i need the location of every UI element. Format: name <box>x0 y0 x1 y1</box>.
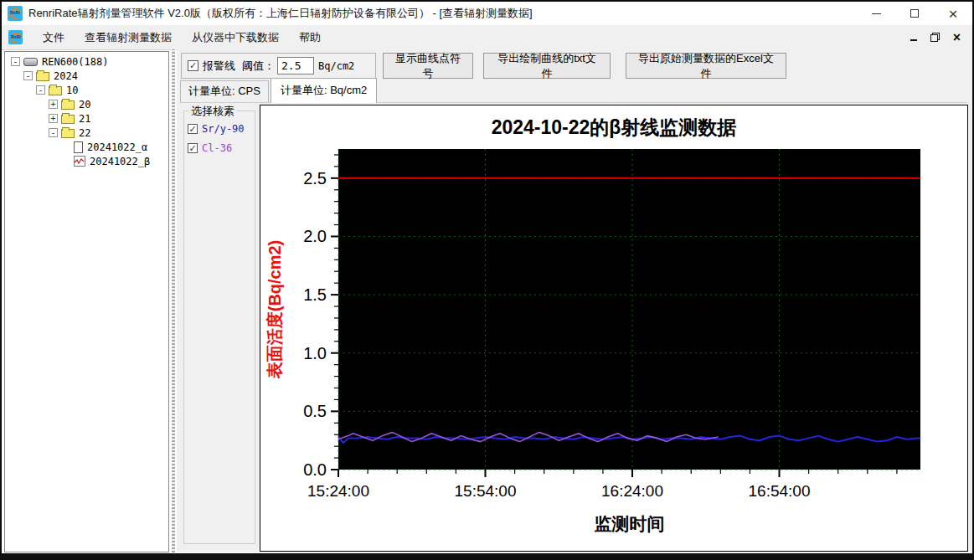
x-axis-title: 监测时间 <box>595 514 665 533</box>
unit-tab-strip: 计量单位: CPS计量单位: Bq/cm2 <box>180 82 967 103</box>
nuclide-groupbox-title: 选择核素 <box>188 104 237 119</box>
menu-bar: 文件查看辐射测量数据从仪器中下载数据帮助 × <box>2 25 972 50</box>
minimize-icon <box>872 13 881 14</box>
show-curve-points-button[interactable]: 显示曲线点符号 <box>383 53 473 79</box>
window-controls: × <box>857 2 972 25</box>
folder-icon <box>49 86 62 95</box>
folder-icon <box>61 129 75 138</box>
nuclide-item-sr-y-90: ✓Sr/y-90 <box>188 123 255 135</box>
tree-node-label: REN600(188) <box>42 56 108 68</box>
tree-node-label: 20241022_α <box>87 141 147 153</box>
tree-node-20241022-[interactable]: 20241022_β <box>5 154 168 168</box>
threshold-unit-label: Bq/cm2 <box>318 60 354 72</box>
y-tick-label: 2.0 <box>303 227 327 245</box>
export-txt-button[interactable]: 导出绘制曲线的txt文件 <box>483 53 611 79</box>
alarm-line-checkbox[interactable]: ✓ <box>188 60 198 71</box>
folder-icon <box>61 100 75 110</box>
nuclide-checkbox[interactable]: ✓ <box>188 143 198 153</box>
menu-item-3[interactable]: 帮助 <box>289 26 331 49</box>
device-tree-panel: -REN600(188)-2024-10+20+21-2220241022_α2… <box>4 51 169 552</box>
mdi-restore-button[interactable] <box>930 33 940 42</box>
folder-icon <box>61 115 75 124</box>
threshold-input[interactable] <box>277 57 314 74</box>
mdi-close-button[interactable]: × <box>953 31 961 44</box>
nuclide-label: Cl-36 <box>202 142 232 154</box>
maximize-icon <box>910 9 919 18</box>
tree-node-22[interactable]: -22 <box>5 126 168 140</box>
export-excel-button[interactable]: 导出原始测量数据的Excel文件 <box>626 53 786 79</box>
y-tick-label: 0.0 <box>303 460 327 479</box>
nuclide-checkbox[interactable]: ✓ <box>188 124 198 134</box>
y-tick-label: 1.5 <box>303 285 327 304</box>
chart-title: 2024-10-22的β射线监测数据 <box>492 116 737 138</box>
close-button[interactable]: × <box>934 2 972 25</box>
x-tick-label: 16:54:00 <box>749 482 811 500</box>
plot-area <box>338 149 920 470</box>
maximize-button[interactable] <box>895 2 934 25</box>
tree-node-label: 2024 <box>54 70 78 82</box>
chart-file-icon <box>74 156 85 167</box>
document-logo-icon <box>8 30 23 44</box>
nuclide-groupbox: 选择核素 ✓Sr/y-90✓Cl-36 <box>183 110 255 544</box>
tree-node-2024[interactable]: -2024 <box>5 69 168 83</box>
tree-node-label: 20241022_β <box>90 156 150 167</box>
tree-node-label: 21 <box>79 113 90 125</box>
window-title: RenriRate辐射剂量管理软件 V2.0版（版权所有：上海仁日辐射防护设备有… <box>28 6 533 21</box>
alarm-line-groupbox: ✓ 报警线 阈值： Bq/cm2 <box>181 53 376 79</box>
app-window: RenriRate辐射剂量管理软件 V2.0版（版权所有：上海仁日辐射防护设备有… <box>0 0 974 560</box>
nuclide-item-cl-36: ✓Cl-36 <box>188 142 255 154</box>
device-icon <box>23 58 38 66</box>
collapse-icon[interactable]: - <box>23 71 33 80</box>
document-icon <box>74 141 83 153</box>
collapse-icon[interactable]: - <box>36 85 45 95</box>
expand-icon[interactable]: + <box>49 114 58 123</box>
y-tick-label: 0.5 <box>303 402 327 420</box>
x-tick-label: 15:24:00 <box>307 482 369 500</box>
app-logo-icon <box>8 6 23 21</box>
tree-node-ren600-188-[interactable]: -REN600(188) <box>5 54 168 69</box>
collapse-icon[interactable]: - <box>49 128 58 137</box>
mdi-window-controls: × <box>910 31 972 44</box>
menu-item-1[interactable]: 查看辐射测量数据 <box>75 26 182 49</box>
menu-items: 文件查看辐射测量数据从仪器中下载数据帮助 <box>33 26 331 49</box>
alarm-line-label: 报警线 <box>203 59 235 74</box>
tree-node-21[interactable]: +21 <box>5 111 168 126</box>
tab-unit-0[interactable]: 计量单位: CPS <box>180 80 269 102</box>
collapse-icon[interactable]: - <box>11 57 20 66</box>
tree-node-20[interactable]: +20 <box>5 97 168 111</box>
tab-unit-1[interactable]: 计量单位: Bq/cm2 <box>271 78 377 103</box>
minimize-button[interactable] <box>857 2 895 25</box>
monitoring-chart: 2024-10-22的β射线监测数据0.00.51.01.52.02.515:2… <box>260 105 967 551</box>
tree-node-20241022-[interactable]: 20241022_α <box>5 140 168 154</box>
chart-panel: 2024-10-22的β射线监测数据0.00.51.01.52.02.515:2… <box>260 105 968 552</box>
mdi-minimize-button[interactable] <box>910 39 917 41</box>
close-icon: × <box>948 6 957 22</box>
x-tick-label: 15:54:00 <box>455 482 517 500</box>
tree-node-10[interactable]: -10 <box>5 83 168 97</box>
window-bottom-edge <box>2 553 972 558</box>
x-tick-label: 16:24:00 <box>601 482 663 500</box>
threshold-label: 阈值： <box>242 59 275 74</box>
menu-item-0[interactable]: 文件 <box>33 26 75 49</box>
menu-item-2[interactable]: 从仪器中下载数据 <box>182 26 289 49</box>
splitter-handle[interactable] <box>171 49 176 552</box>
nuclide-label: Sr/y-90 <box>202 123 245 135</box>
tree-node-label: 20 <box>79 99 90 110</box>
tree-node-label: 22 <box>79 127 90 139</box>
tree-node-label: 10 <box>66 85 78 96</box>
expand-icon[interactable]: + <box>49 100 58 109</box>
y-tick-label: 2.5 <box>303 169 327 188</box>
y-axis-title: 表面活度(Bq/cm2) <box>265 240 284 380</box>
y-tick-label: 1.0 <box>303 344 327 362</box>
folder-icon <box>36 72 49 81</box>
title-bar: RenriRate辐射剂量管理软件 V2.0版（版权所有：上海仁日辐射防护设备有… <box>2 2 972 25</box>
main-panel: ✓ 报警线 阈值： Bq/cm2 显示曲线点符号 导出绘制曲线的txt文件 导出… <box>177 49 972 552</box>
